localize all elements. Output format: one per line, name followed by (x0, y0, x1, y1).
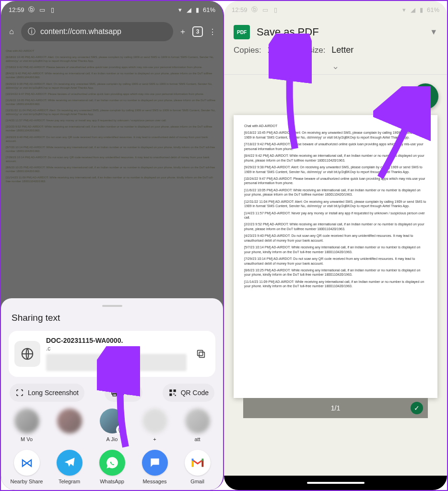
chat-line: [6/18/22 10:45 PM] AD-AIRDOT: Alert: On … (6, 55, 218, 63)
notif-icon: ▯ (272, 6, 279, 13)
paper-size-field[interactable]: Paper size: Letter (284, 45, 354, 55)
tab-switcher[interactable]: 3 (192, 26, 203, 37)
home-pill[interactable] (307, 482, 365, 484)
status-time: 12:59 (232, 6, 248, 13)
copies-field[interactable]: Copies: 1 (234, 45, 272, 55)
chat-line: [10/24/22 9:47 PM] AD-AIRDOT: Please bew… (6, 92, 218, 96)
messages-badge-icon: 💬 (116, 425, 126, 434)
chat-line: [9/29/22 9:38 PM] AD-AIRDOT: Alert: On r… (244, 165, 427, 174)
contact[interactable]: M Vo (7, 409, 47, 442)
chat-line: [8/6/23 10:25 PM] AD-AIRDOT: While recei… (6, 165, 218, 173)
chat-line: [6/18/22 10:45 PM] AD-AIRDOT: Alert: On … (244, 130, 427, 140)
chat-line: [5/7/23 10:14 PM] AD-AIRDOT: While recei… (244, 245, 427, 254)
battery-pct: 61% (427, 6, 439, 13)
app-messages[interactable]: Messages (135, 450, 175, 484)
url-text: content://com.whatsapp (40, 27, 121, 36)
svg-rect-9 (173, 394, 174, 395)
app-whatsapp[interactable]: WhatsApp (92, 450, 132, 484)
page-preview[interactable]: Chat with AD-AIRDOT [6/18/22 10:45 PM] A… (234, 115, 437, 398)
battery-icon: ▮ (418, 6, 425, 13)
chat-line: [12/31/22 11:04 PM] AD-AIRDOT: Alert: On… (6, 108, 218, 116)
redacted-area (46, 354, 187, 371)
share-sheet: Sharing text DOC-20231115-WA0000. .c Lon… (1, 298, 223, 490)
browser-toolbar: ⌂ ⓘ content://com.whatsapp ＋ 3 ⋮ (1, 18, 223, 45)
share-title: Sharing text (1, 313, 223, 331)
notif-icon: ▭ (262, 6, 269, 13)
chat-line: [7/29/23 10:14 PM] AD-AIRDOT: Do not sca… (6, 155, 218, 163)
notif-icon: ▯ (49, 6, 56, 13)
notif-icon: ⓑ (251, 6, 258, 13)
print-button[interactable]: Print (105, 384, 142, 402)
home-icon[interactable]: ⌂ (6, 26, 17, 37)
new-tab-icon[interactable]: ＋ (177, 26, 189, 37)
notif-icon: ▭ (39, 6, 46, 13)
qr-code-button[interactable]: QR Code (163, 384, 214, 402)
chat-line: [2/2/23 9:52 PM] AD-AIRDOT: While receiv… (6, 125, 218, 132)
chat-line: [8/4/22 9:42 PM] AD-AIRDOT: While receiv… (6, 71, 218, 79)
doc-sub: .c (46, 345, 187, 352)
document-card[interactable]: DOC-20231115-WA0000. .c (9, 331, 215, 377)
doc-name: DOC-20231115-WA0000. (46, 337, 187, 344)
print-options: PDF Save as PDF ▼ Copies: 1 Paper size: … (224, 18, 447, 60)
chevron-down-icon: ▼ (430, 28, 437, 36)
chat-line: [11/14/23 11:09 PM] AD-AIRDOT: While rec… (244, 280, 427, 289)
chat-line: [11/6/22 10:05 PM] AD-AIRDOT: While rece… (6, 98, 218, 106)
info-icon: ⓘ (28, 27, 35, 37)
long-screenshot-button[interactable]: Long Screenshot (10, 384, 84, 402)
nav-bar (224, 476, 447, 490)
signal-icon: ◢ (410, 6, 416, 13)
svg-rect-8 (169, 394, 172, 396)
chat-line: [10/24/22 9:47 PM] AD-AIRDOT: Please bew… (244, 176, 427, 186)
status-bar: 12:59 ⓑ ▭ ▯ ▾ ◢ ▮ 61% (224, 1, 447, 18)
battery-icon: ▮ (194, 6, 201, 13)
chat-line: [4/23/23 9:40 PM] AD-AIRDOT: Do not scan… (244, 234, 427, 243)
contact[interactable] (49, 409, 89, 442)
chat-line: [11/6/22 10:05 PM] AD-AIRDOT: While rece… (244, 188, 427, 197)
destination-selector[interactable]: PDF Save as PDF ▼ (234, 25, 437, 39)
contact[interactable]: + (135, 409, 175, 442)
destination-label: Save as PDF (257, 26, 423, 38)
chat-line: [5/7/23 10:14 PM] AD-AIRDOT: While recei… (6, 145, 218, 153)
page-selected-check-icon[interactable]: ✓ (411, 402, 423, 414)
url-bar[interactable]: ⓘ content://com.whatsapp (21, 22, 173, 41)
print-preview: Chat with AD-AIRDOT [6/18/22 10:45 PM] A… (224, 75, 447, 410)
chat-title: Chat with AD-AIRDOT (244, 124, 427, 128)
app-telegram[interactable]: Telegram (49, 450, 89, 484)
more-icon[interactable]: ⋮ (207, 26, 218, 37)
app-nearby-share[interactable]: ⋈Nearby Share (7, 450, 47, 484)
chat-line: [1/4/23 11:57 PM] AD-AIRDOT: Never pay a… (6, 118, 218, 122)
chat-line: [7/18/22 9:42 PM] AD-AIRDOT: Please bewa… (244, 142, 427, 151)
globe-icon (14, 341, 40, 367)
page-counter: 1/1 ✓ (243, 398, 428, 418)
expand-options[interactable]: ⌄ (224, 60, 447, 74)
chat-line: [2/2/23 9:52 PM] AD-AIRDOT: While receiv… (244, 222, 427, 231)
notif-icon: ⓑ (28, 6, 35, 13)
battery-pct: 61% (203, 6, 215, 13)
svg-rect-1 (199, 352, 204, 357)
app-gmail[interactable]: Gmail (177, 450, 217, 484)
chat-line: [1/4/23 11:57 PM] AD-AIRDOT: Never pay a… (244, 211, 427, 220)
svg-rect-10 (175, 395, 176, 396)
contact[interactable]: 💬A Jio (92, 409, 132, 442)
wifi-icon: ▾ (401, 6, 408, 13)
copy-icon[interactable] (192, 345, 210, 362)
contact[interactable]: att (177, 409, 217, 442)
chat-line: [8/4/22 9:42 PM] AD-AIRDOT: While receiv… (244, 153, 427, 163)
chat-line: [12/31/22 11:04 PM] AD-AIRDOT: Alert: On… (244, 199, 427, 209)
chat-line: [8/6/23 10:25 PM] AD-AIRDOT: While recei… (244, 268, 427, 277)
page-content: Chat with AD-AIRDOT [6/18/22 10:45 PM] A… (1, 45, 223, 227)
chat-line: [7/29/23 10:14 PM] AD-AIRDOT: Do not sca… (244, 257, 427, 266)
chat-line: [9/29/22 9:38 PM] AD-AIRDOT: Alert: On r… (6, 82, 218, 90)
chat-line: [4/23/23 9:40 PM] AD-AIRDOT: Do not scan… (6, 135, 218, 143)
wifi-icon: ▾ (177, 6, 184, 13)
svg-text:PDF: PDF (423, 99, 428, 102)
status-bar: 12:59 ⓑ ▭ ▯ ▾ ◢ ▮ 61% (1, 1, 223, 18)
chat-title: Chat with AD-AIRDOT (6, 49, 218, 53)
svg-rect-6 (169, 389, 172, 392)
status-time: 12:59 (9, 6, 24, 13)
drag-handle[interactable] (102, 305, 122, 307)
contacts-row: M Vo 💬A Jio + att (1, 409, 223, 447)
svg-rect-7 (173, 389, 176, 392)
chat-line: [11/14/23 11:09 PM] AD-AIRDOT: While rec… (6, 175, 218, 183)
save-pdf-fab[interactable]: PDF (413, 83, 438, 109)
